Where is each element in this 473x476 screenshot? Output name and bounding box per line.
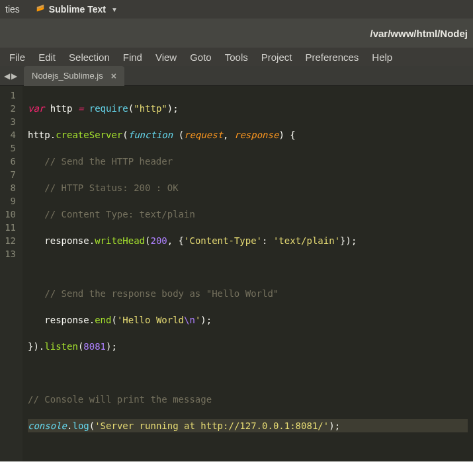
os-top-bar: ties Sublime Text ▼ xyxy=(0,0,473,19)
menu-goto[interactable]: Goto xyxy=(183,49,218,65)
menu-file[interactable]: File xyxy=(3,49,32,65)
sublime-text-icon xyxy=(36,5,45,14)
menu-preferences[interactable]: Preferences xyxy=(298,49,365,65)
window-title-path: /var/www/html/Nodej xyxy=(370,28,468,39)
tab-filename: Nodejs_Sublime.js xyxy=(32,71,103,81)
menu-view[interactable]: View xyxy=(149,49,183,65)
menu-tools[interactable]: Tools xyxy=(218,49,255,65)
menu-bar: File Edit Selection Find View Goto Tools… xyxy=(0,48,473,66)
tab-row: ◀ ▶ Nodejs_Sublime.js × xyxy=(0,66,473,86)
code-editor[interactable]: 12345678910111213 var http = require("ht… xyxy=(0,86,473,461)
menu-project[interactable]: Project xyxy=(255,49,299,65)
menu-edit[interactable]: Edit xyxy=(32,49,62,65)
code-area[interactable]: var http = require("http"); http.createS… xyxy=(22,86,473,461)
app-menu-dropdown-icon[interactable]: ▼ xyxy=(111,6,118,13)
tab-prev-icon[interactable]: ◀ xyxy=(4,71,10,81)
tab-close-icon[interactable]: × xyxy=(111,71,116,81)
menu-find[interactable]: Find xyxy=(116,49,149,65)
tab-next-icon[interactable]: ▶ xyxy=(11,71,17,81)
file-tab[interactable]: Nodejs_Sublime.js × xyxy=(24,66,124,86)
menu-help[interactable]: Help xyxy=(365,49,399,65)
tab-nav-arrows: ◀ ▶ xyxy=(0,71,21,81)
menu-selection[interactable]: Selection xyxy=(62,49,116,65)
window-title-bar: /var/www/html/Nodej xyxy=(0,19,473,48)
topbar-fragment: ties xyxy=(5,4,20,15)
app-name[interactable]: Sublime Text xyxy=(49,4,106,15)
line-number-gutter: 12345678910111213 xyxy=(0,86,22,461)
